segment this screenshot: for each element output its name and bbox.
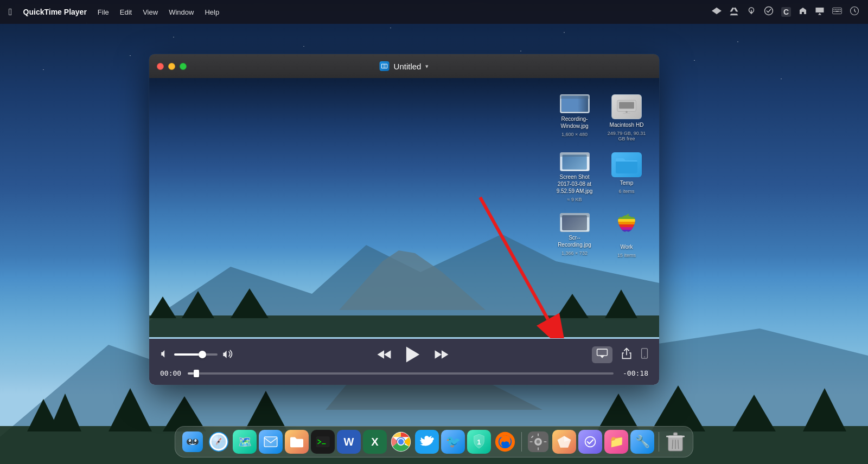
desktop-icons-container: Recording-Window.jpg 1,600 × 480 Macinto… — [553, 94, 648, 258]
progress-bar[interactable] — [188, 372, 614, 375]
desktop-icon-work[interactable]: Work 15 items — [605, 213, 648, 258]
svg-rect-15 — [833, 9, 834, 10]
volume-thumb — [199, 351, 206, 358]
svg-rect-18 — [838, 9, 839, 10]
dock-separator-2 — [659, 432, 659, 452]
menu-file[interactable]: File — [98, 8, 109, 16]
temp-folder-label: Temp — [620, 179, 633, 186]
svg-rect-41 — [618, 224, 635, 227]
apple-menu[interactable]:  — [9, 7, 12, 18]
airplay-button[interactable] — [592, 346, 612, 363]
menu-view[interactable]: View — [143, 8, 158, 16]
dock-system-prefs[interactable] — [526, 430, 550, 454]
svg-rect-19 — [840, 9, 841, 10]
volume-slider[interactable] — [174, 353, 218, 356]
share-button[interactable] — [621, 347, 632, 362]
volume-controls — [160, 349, 234, 360]
svg-point-13 — [764, 7, 773, 15]
dock-filezilla[interactable]: 📁 — [604, 430, 628, 454]
work-icon-thumbnail — [612, 213, 641, 241]
desktop-icon-recording-window[interactable]: Recording-Window.jpg 1,600 × 480 — [553, 94, 596, 141]
svg-rect-17 — [837, 9, 838, 10]
menu-edit[interactable]: Edit — [120, 8, 132, 16]
dock-tweetbot[interactable]: 🐦 — [441, 430, 465, 454]
svg-rect-74 — [316, 436, 329, 447]
menu-window[interactable]: Window — [169, 8, 194, 16]
desktop-icon-screenshot2[interactable]: Scr--Recording.jpg 1,366 × 732 — [553, 213, 596, 258]
google-drive-icon[interactable] — [729, 6, 739, 18]
svg-rect-51 — [597, 349, 608, 356]
svg-rect-16 — [835, 9, 836, 10]
dock-mail[interactable] — [259, 430, 283, 454]
keyboard-icon[interactable] — [832, 7, 842, 17]
dock-sketch[interactable] — [552, 430, 576, 454]
progress-row: 00:00 -00:18 — [160, 369, 648, 377]
playback-controls — [376, 345, 449, 364]
dock-things[interactable] — [578, 430, 602, 454]
svg-marker-48 — [406, 346, 419, 362]
dock-safari[interactable] — [207, 430, 231, 454]
dock: 🗺️ W X 🐦 1 — [175, 426, 693, 457]
menu-help[interactable]: Help — [205, 8, 219, 16]
dock-finder2[interactable]: 🔧 — [630, 430, 654, 454]
dock-firefox[interactable] — [493, 430, 517, 454]
svg-rect-37 — [623, 113, 630, 114]
minimize-button[interactable] — [168, 63, 175, 70]
airplay-menubar-icon[interactable] — [815, 7, 825, 17]
maximize-button[interactable] — [180, 63, 187, 70]
svg-rect-21 — [835, 11, 839, 12]
desktop-icon-macintosh-hd[interactable]: Macintosh HD 249.79 GB, 90.31 GB free — [605, 94, 648, 141]
desktop-icon-screenshot1[interactable]: Screen Shot 2017-03-08 at 9.52.59 AM.jpg… — [553, 152, 596, 202]
temp-folder-thumbnail — [611, 152, 642, 177]
svg-rect-20 — [833, 11, 834, 12]
dock-twitter[interactable] — [415, 430, 439, 454]
dock-1password[interactable]: 1 — [467, 430, 491, 454]
svg-line-98 — [672, 440, 673, 449]
svg-text:1: 1 — [477, 438, 481, 446]
svg-rect-87 — [538, 447, 539, 450]
right-controls — [592, 346, 648, 363]
rewind-button[interactable] — [376, 349, 392, 360]
dock-terminal[interactable] — [311, 430, 335, 454]
close-button[interactable] — [157, 63, 164, 70]
volume-low-icon[interactable] — [160, 349, 170, 360]
work-folder-label: Work — [620, 243, 633, 250]
app-name[interactable]: QuickTime Player — [23, 8, 87, 16]
fast-forward-button[interactable] — [434, 349, 449, 360]
svg-point-93 — [585, 437, 596, 447]
desktop-icon-row-1: Recording-Window.jpg 1,600 × 480 Macinto… — [553, 94, 648, 141]
svg-point-61 — [194, 439, 196, 442]
dock-word[interactable]: W — [337, 430, 361, 454]
desktop-icon-temp-folder[interactable]: Temp 6 items — [605, 152, 648, 202]
time-machine-icon[interactable] — [850, 6, 859, 18]
play-button[interactable] — [405, 345, 421, 364]
svg-point-54 — [644, 356, 645, 357]
player-controls: 00:00 -00:18 — [149, 339, 659, 385]
svg-marker-46 — [378, 350, 384, 359]
dock-maps[interactable]: 🗺️ — [233, 430, 257, 454]
dock-trash[interactable] — [663, 430, 687, 454]
dock-finder[interactable] — [181, 430, 205, 454]
dropbox-icon[interactable] — [712, 6, 722, 18]
1password-icon[interactable] — [746, 6, 756, 18]
dock-chrome[interactable] — [389, 430, 413, 454]
home-icon[interactable] — [799, 7, 807, 17]
svg-rect-28 — [149, 315, 659, 337]
window-title-chevron[interactable]: ▾ — [425, 63, 429, 70]
clipboard-icon[interactable]: C — [781, 7, 791, 17]
desktop-icon-row-3: Scr--Recording.jpg 1,366 × 732 — [553, 213, 648, 258]
svg-point-62 — [189, 439, 190, 441]
checkmark-icon[interactable] — [764, 6, 774, 18]
svg-rect-35 — [619, 102, 634, 108]
dock-separator — [521, 432, 522, 452]
phone-icon — [641, 348, 648, 361]
screenshot1-label: Screen Shot 2017-03-08 at 9.52.59 AM.jpg — [553, 173, 596, 195]
svg-rect-97 — [666, 436, 685, 437]
dock-excel[interactable]: X — [363, 430, 387, 454]
temp-folder-items: 6 items — [618, 189, 634, 194]
volume-high-icon[interactable] — [222, 350, 234, 360]
svg-rect-22 — [840, 11, 841, 12]
svg-rect-96 — [673, 433, 678, 436]
dock-folder[interactable] — [285, 430, 309, 454]
svg-point-85 — [537, 440, 540, 444]
